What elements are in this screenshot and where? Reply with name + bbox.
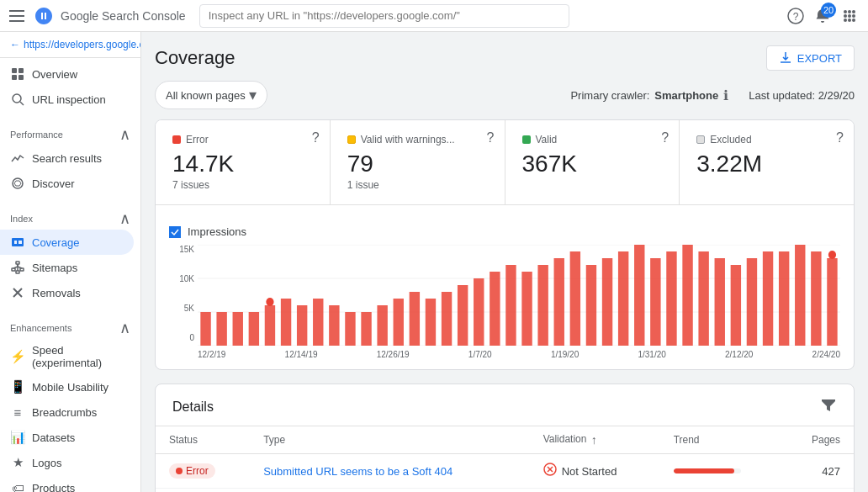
menu-icon[interactable] [7, 6, 27, 26]
svg-rect-18 [19, 75, 24, 80]
details-filter-icon[interactable] [820, 396, 837, 417]
search-bar[interactable] [199, 4, 770, 28]
crawler-info: Primary crawler: Smartphone ℹ [570, 87, 728, 103]
sidebar-item-logos[interactable]: ★ Logos [0, 450, 134, 475]
trend-bar-container-0 [674, 468, 741, 473]
sidebar-main-nav: Overview URL inspection [0, 58, 140, 115]
speed-label: Speed (experimental) [32, 344, 124, 369]
logos-icon: ★ [10, 455, 25, 470]
search-input[interactable] [199, 4, 569, 28]
svg-point-10 [848, 14, 851, 18]
sidebar-item-removals[interactable]: Removals [0, 280, 134, 305]
notification-area[interactable]: 20 [814, 8, 831, 24]
sidebar-item-coverage[interactable]: Coverage [0, 230, 134, 255]
chart-x-2: 12/14/19 [285, 350, 318, 359]
sidebar-item-sitemaps[interactable]: Sitemaps [0, 255, 134, 280]
row-validation-0: Not Started [530, 454, 660, 489]
table-row[interactable]: Error Submitted URL seems to be a Soft 4… [156, 454, 854, 489]
export-button[interactable]: EXPORT [766, 45, 855, 71]
impressions-checkbox[interactable] [169, 226, 181, 238]
svg-rect-43 [297, 305, 307, 346]
speed-icon: ⚡ [10, 349, 25, 364]
filter-button[interactable]: All known pages ▾ [155, 81, 267, 109]
main-header: Coverage EXPORT [155, 45, 855, 71]
sidebar-item-datasets[interactable]: 📊 Datasets [0, 425, 134, 450]
products-icon: 🏷 [10, 480, 25, 492]
datasets-label: Datasets [32, 431, 75, 444]
validation-sort-icon[interactable]: ↑ [591, 433, 597, 447]
svg-point-13 [848, 19, 851, 22]
sidebar-item-breadcrumbs[interactable]: ≡ Breadcrumbs [0, 399, 134, 425]
topbar-actions: ? 20 [784, 4, 861, 28]
sidebar-item-search-results[interactable]: Search results [0, 145, 134, 171]
summary-card-valid: Valid 367K ? [505, 120, 680, 204]
error-card-info-icon[interactable]: ? [312, 130, 320, 145]
index-group-label: Index ∧ [0, 203, 140, 230]
svg-rect-44 [313, 299, 323, 346]
index-expand-icon[interactable]: ∧ [119, 209, 130, 228]
svg-rect-38 [216, 312, 226, 346]
back-icon: ← [10, 39, 20, 50]
row-status-0: Error [156, 454, 250, 489]
coverage-label: Coverage [32, 236, 79, 249]
svg-rect-75 [811, 251, 821, 346]
svg-point-19 [13, 94, 21, 103]
svg-rect-56 [505, 265, 516, 346]
svg-rect-40 [249, 312, 259, 346]
error-card-sub: 7 issues [172, 179, 313, 191]
performance-expand-icon[interactable]: ∧ [119, 125, 130, 144]
svg-point-77 [266, 298, 273, 306]
svg-text:?: ? [793, 11, 799, 23]
row-pages-1: 92 [782, 489, 854, 493]
url-inspection-icon [10, 92, 25, 107]
app-logo: Google Search Console [34, 6, 186, 26]
crawler-info-icon[interactable]: ℹ [723, 87, 728, 103]
svg-rect-61 [586, 265, 596, 346]
svg-rect-48 [377, 305, 387, 346]
col-status: Status [156, 426, 250, 454]
enhancements-expand-icon[interactable]: ∧ [119, 319, 130, 337]
row-trend-1 [660, 489, 782, 493]
sidebar-item-products[interactable]: 🏷 Products [0, 475, 134, 492]
svg-rect-63 [618, 251, 628, 346]
chart-x-5: 1/19/20 [551, 350, 579, 359]
row-type-1[interactable]: Submitted URL blocked by robots.txt [250, 489, 530, 493]
svg-rect-68 [698, 251, 708, 346]
warning-card-info-icon[interactable]: ? [487, 130, 495, 145]
last-updated-value: 2/29/20 [818, 89, 855, 102]
impressions-label[interactable]: Impressions [188, 225, 246, 238]
sidebar-url[interactable]: ← https://developers.google.co... [0, 32, 140, 58]
col-validation: Validation ↑ [530, 426, 660, 454]
svg-rect-1 [9, 15, 24, 17]
svg-rect-51 [426, 299, 436, 346]
valid-dot [522, 135, 531, 144]
table-row[interactable]: Error Submitted URL blocked by robots.tx… [156, 489, 854, 493]
sidebar-enhancements-section: Enhancements ∧ ⚡ Speed (experimental) 📱 … [0, 309, 140, 492]
svg-point-7 [848, 10, 851, 13]
trend-bar-0 [674, 468, 734, 473]
svg-rect-60 [570, 251, 580, 346]
summary-card-excluded: Excluded 3.22M ? [680, 120, 854, 204]
sidebar-item-discover[interactable]: Discover [0, 171, 134, 196]
sidebar-item-mobile-usability[interactable]: 📱 Mobile Usability [0, 374, 134, 399]
apps-icon[interactable] [838, 4, 861, 28]
help-button[interactable]: ? [784, 4, 807, 28]
row-type-0[interactable]: Submitted URL seems to be a Soft 404 [250, 454, 530, 489]
col-pages: Pages [782, 426, 854, 454]
svg-rect-65 [650, 258, 660, 346]
excluded-card-info-icon[interactable]: ? [836, 130, 844, 145]
sidebar-item-overview[interactable]: Overview [0, 61, 134, 87]
error-dot [172, 135, 181, 144]
svg-rect-73 [779, 251, 789, 346]
filter-bar: All known pages ▾ Primary crawler: Smart… [155, 81, 855, 109]
chart-y-label-10k: 10K [169, 274, 194, 283]
details-table: Status Type Validation ↑ Trend Pages [156, 426, 854, 492]
sidebar-item-speed[interactable]: ⚡ Speed (experimental) [0, 339, 134, 374]
svg-rect-50 [410, 292, 420, 346]
crawler-value: Smartphone [654, 89, 718, 102]
status-badge-0: Error [169, 463, 215, 479]
sidebar-index-section: Index ∧ Coverage Sitemaps Removals [0, 199, 140, 309]
svg-point-9 [844, 14, 847, 18]
sidebar-item-url-inspection[interactable]: URL inspection [0, 87, 134, 112]
valid-card-info-icon[interactable]: ? [661, 130, 669, 145]
